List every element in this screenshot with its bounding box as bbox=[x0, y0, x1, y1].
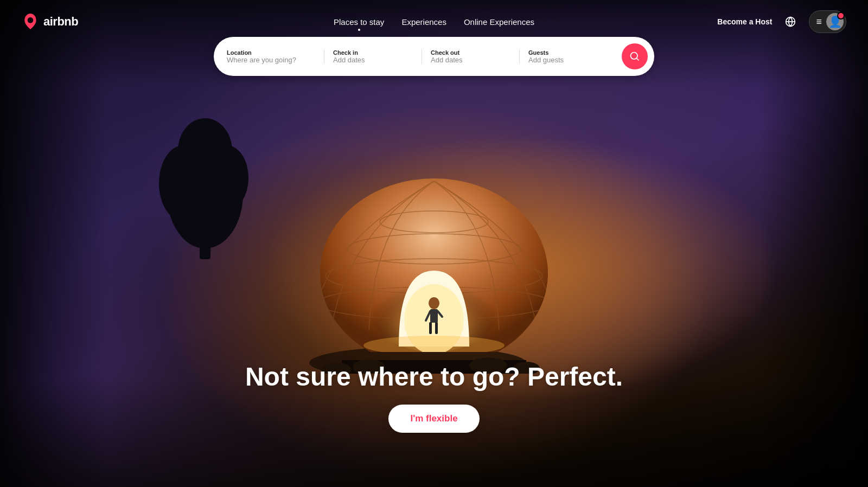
checkout-field[interactable]: Check out Add dates bbox=[422, 49, 520, 64]
svg-rect-20 bbox=[430, 309, 438, 323]
guests-value: Add guests bbox=[528, 56, 609, 64]
svg-point-4 bbox=[178, 118, 232, 183]
location-field[interactable]: Location Where are you going? bbox=[227, 49, 324, 64]
hero-content: Not sure where to go? Perfect. I'm flexi… bbox=[245, 362, 623, 433]
airbnb-logo-icon bbox=[22, 13, 39, 30]
flexible-button[interactable]: I'm flexible bbox=[388, 405, 479, 433]
language-button[interactable] bbox=[781, 12, 800, 31]
guests-field[interactable]: Guests Add guests bbox=[520, 49, 617, 64]
dome-image bbox=[298, 146, 570, 363]
become-host-link[interactable]: Become a Host bbox=[717, 17, 772, 26]
guests-label: Guests bbox=[528, 49, 609, 56]
search-bar-wrapper: Location Where are you going? Check in A… bbox=[214, 37, 654, 76]
checkin-value: Add dates bbox=[333, 56, 413, 64]
nav-places-to-stay[interactable]: Places to stay bbox=[334, 15, 384, 29]
checkin-field[interactable]: Check in Add dates bbox=[324, 49, 422, 64]
user-menu[interactable]: ≡ 👤 bbox=[809, 10, 846, 33]
tree-silhouette bbox=[156, 107, 254, 259]
nav-right: Become a Host ≡ 👤 bbox=[717, 10, 846, 33]
svg-point-19 bbox=[429, 297, 439, 309]
checkout-value: Add dates bbox=[431, 56, 510, 64]
location-label: Location bbox=[227, 49, 315, 56]
checkout-label: Check out bbox=[431, 49, 510, 56]
logo-text: airbnb bbox=[43, 15, 78, 29]
search-button[interactable] bbox=[622, 43, 648, 69]
avatar: 👤 bbox=[826, 13, 844, 30]
logo[interactable]: airbnb bbox=[22, 13, 78, 30]
nav-experiences[interactable]: Experiences bbox=[401, 15, 446, 29]
search-bar: Location Where are you going? Check in A… bbox=[214, 37, 654, 76]
user-icon: 👤 bbox=[828, 15, 842, 28]
checkin-label: Check in bbox=[333, 49, 413, 56]
svg-rect-21 bbox=[429, 322, 432, 334]
location-value: Where are you going? bbox=[227, 56, 315, 64]
hero-title: Not sure where to go? Perfect. bbox=[245, 362, 623, 392]
nav-online-experiences[interactable]: Online Experiences bbox=[464, 15, 534, 29]
svg-rect-22 bbox=[435, 322, 438, 334]
hamburger-icon: ≡ bbox=[816, 16, 822, 28]
